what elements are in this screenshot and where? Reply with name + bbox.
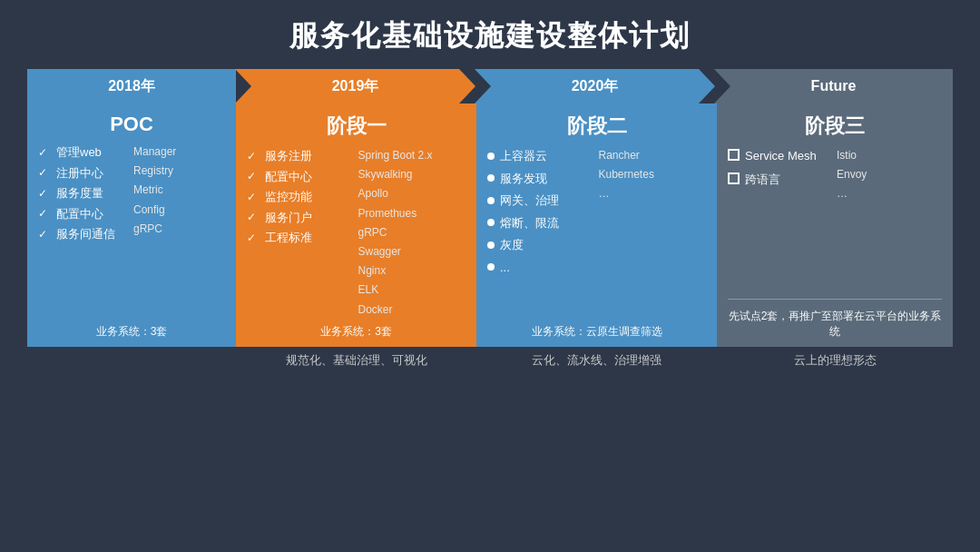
footer-stage2: 云化、流水线、治理增强 xyxy=(476,352,717,369)
list-item: ✓ 服务度量 xyxy=(38,184,130,202)
check-icon: ✓ xyxy=(247,168,261,184)
stage2-left-items: 上容器云 服务发现 网关、治理 熔断、限流 xyxy=(487,147,595,319)
stage1-footer: 业务系统：3套 xyxy=(247,319,466,340)
footer-stage1: 规范化、基础治理、可视化 xyxy=(236,352,476,369)
poc-title: POC xyxy=(38,113,225,136)
footer-poc xyxy=(27,352,236,369)
dot-icon xyxy=(487,219,495,226)
dot-icon xyxy=(487,242,495,249)
dot-icon xyxy=(487,197,495,204)
list-item: 熔断、限流 xyxy=(487,214,595,232)
stage2-right-items: Rancher Kubernetes … xyxy=(595,147,707,319)
dot-icon xyxy=(487,174,495,182)
panel-stage2: 阶段二 上容器云 服务发现 网关、治理 xyxy=(476,104,717,347)
footer-row: 规范化、基础治理、可视化 云化、流水线、治理增强 云上的理想形态 xyxy=(27,347,953,372)
dot-icon xyxy=(487,263,495,271)
list-item: ✓ 服务门户 xyxy=(247,209,355,227)
check-icon: ✓ xyxy=(247,148,261,164)
stage3-items-area: Service Mesh 跨语言 Istio Envoy … xyxy=(728,147,942,295)
list-item: 上容器云 xyxy=(487,147,595,165)
checkbox-icon xyxy=(728,149,740,161)
panel-poc: POC ✓ 管理web ✓ 注册中心 ✓ 服务度量 xyxy=(27,104,236,347)
list-item: ✓ 配置中心 xyxy=(38,205,130,223)
list-item: ✓ 服务间通信 xyxy=(38,225,130,243)
check-icon: ✓ xyxy=(38,144,53,161)
list-item: ✓ 服务注册 xyxy=(247,147,355,165)
list-item: Service Mesh xyxy=(728,147,833,165)
checkbox-icon xyxy=(728,172,740,184)
poc-right-items: Manager Registry Metric Config gRPC xyxy=(130,143,225,319)
dot-icon xyxy=(487,153,495,160)
content-row: POC ✓ 管理web ✓ 注册中心 ✓ 服务度量 xyxy=(27,104,953,347)
poc-footer: 业务系统：3套 xyxy=(38,319,225,340)
check-icon: ✓ xyxy=(38,205,53,222)
stage3-left-items: Service Mesh 跨语言 xyxy=(728,147,833,295)
list-item: 灰度 xyxy=(487,236,595,254)
check-icon: ✓ xyxy=(247,230,261,246)
list-item: ✓ 管理web xyxy=(38,143,130,162)
stage2-footer: 业务系统：云原生调查筛选 xyxy=(487,319,706,340)
list-item: 服务发现 xyxy=(487,170,595,188)
check-icon: ✓ xyxy=(38,185,53,202)
timeline-future: Future xyxy=(714,69,953,104)
stage1-items-area: ✓ 服务注册 ✓ 配置中心 ✓ 监控功能 ✓ 服务门户 xyxy=(247,147,466,319)
stage3-footer: 先试点2套，再推广至部署在云平台的业务系统 xyxy=(728,303,942,340)
list-item: ✓ 注册中心 xyxy=(38,164,130,182)
list-item: ✓ 监控功能 xyxy=(247,188,355,206)
poc-items-area: ✓ 管理web ✓ 注册中心 ✓ 服务度量 ✓ 配置中心 xyxy=(38,143,225,319)
poc-left-items: ✓ 管理web ✓ 注册中心 ✓ 服务度量 ✓ 配置中心 xyxy=(38,143,130,319)
list-item: 跨语言 xyxy=(728,171,833,189)
footer-stage3: 云上的理想形态 xyxy=(717,352,953,369)
timeline-2019: 2019年 xyxy=(235,69,475,104)
list-item: 网关、治理 xyxy=(487,192,595,210)
list-item: ... xyxy=(487,259,595,277)
panel-stage1: 阶段一 ✓ 服务注册 ✓ 配置中心 ✓ 监控功能 xyxy=(236,104,476,347)
check-icon: ✓ xyxy=(38,226,53,242)
divider xyxy=(728,299,942,300)
stage1-title: 阶段一 xyxy=(247,113,466,140)
check-icon: ✓ xyxy=(38,164,53,181)
page-title: 服务化基础设施建设整体计划 xyxy=(289,0,691,69)
main-container: 2018年 2019年 2020年 Future POC ✓ 管理web xyxy=(27,69,953,372)
list-item: ✓ 配置中心 xyxy=(247,168,355,186)
stage2-items-area: 上容器云 服务发现 网关、治理 熔断、限流 xyxy=(487,147,706,319)
stage3-title: 阶段三 xyxy=(728,113,942,140)
stage1-right-items: Spring Boot 2.x Skywalking Apollo Promet… xyxy=(355,147,466,319)
check-icon: ✓ xyxy=(247,189,261,205)
check-icon: ✓ xyxy=(247,209,261,225)
panel-stage3: 阶段三 Service Mesh 跨语言 Istio Envoy … xyxy=(717,104,953,347)
timeline-row: 2018年 2019年 2020年 Future xyxy=(27,69,953,104)
list-item: ✓ 工程标准 xyxy=(247,229,355,247)
stage3-right-items: Istio Envoy … xyxy=(833,147,942,295)
timeline-2018: 2018年 xyxy=(27,69,236,104)
stage1-left-items: ✓ 服务注册 ✓ 配置中心 ✓ 监控功能 ✓ 服务门户 xyxy=(247,147,355,319)
timeline-2020: 2020年 xyxy=(475,69,715,104)
stage2-title: 阶段二 xyxy=(487,113,706,140)
